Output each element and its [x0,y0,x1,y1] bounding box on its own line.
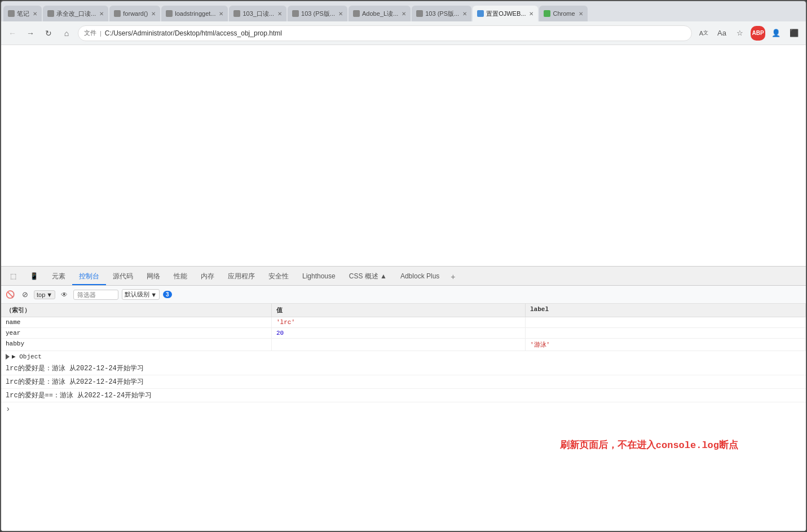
tab-close-9[interactable]: ✕ [529,11,533,17]
tab-close-1[interactable]: ✕ [33,11,37,17]
devtools-tab-console[interactable]: 控制台 [72,268,106,285]
read-button[interactable]: Aa [715,26,729,41]
adblock-button[interactable]: ABP [751,26,765,41]
address-separator: | [100,30,102,37]
tab-8[interactable]: 103 (PS版... ✕ [412,6,471,21]
translate-button[interactable]: A文 [696,26,711,41]
scope-value: top [37,291,45,298]
tab-close-3[interactable]: ✕ [151,11,156,17]
devtools-tab-performance[interactable]: 性能 [167,268,194,285]
tab-10[interactable]: Chrome ✕ [539,6,587,21]
scope-selector[interactable]: top ▼ [34,290,55,299]
tab-label-5: 103_口读... [242,10,274,18]
tab-favicon-1 [8,10,15,17]
devtools-panel: ⬚ 📱 元素 控制台 源代码 网络 性能 [1,266,806,531]
col-header-value: 值 [272,304,526,317]
browser-window: 笔记 ✕ 承全改_口读... ✕ forward() ✕ loadstringg… [0,0,807,532]
tab-favicon-8 [416,10,423,17]
forward-button[interactable]: → [24,26,37,40]
devtools-tab-network[interactable]: 网络 [140,268,167,285]
devtools-add-tab[interactable]: + [446,268,460,285]
tab-6[interactable]: 103 (PS版... ✕ [288,6,347,21]
devtools-tab-application[interactable]: 应用程序 [221,268,262,285]
cell-label-habby: '游泳' [526,339,806,351]
tab-3[interactable]: forward() ✕ [109,6,160,21]
tab-label-9: 置置OJWEB... [486,10,526,18]
security-label: 安全性 [268,272,289,281]
adblock-label: Adblock Plus [400,272,439,280]
tab-favicon-4 [166,10,173,17]
tab-close-5[interactable]: ✕ [277,11,282,17]
message-count-badge: 3 [163,291,172,298]
bookmark-button[interactable]: ☆ [733,26,747,41]
disable-log-button[interactable]: ⊘ [19,289,30,300]
devtools-tab-bar: ⬚ 📱 元素 控制台 源代码 网络 性能 [1,267,806,286]
tab-close-2[interactable]: ✕ [99,11,104,17]
web-page-area [1,45,806,266]
address-input-wrap[interactable]: 文件 | C:/Users/Administrator/Desktop/html… [78,25,692,41]
tab-7[interactable]: Adobe_L读... ✕ [349,6,411,21]
home-button[interactable]: ⌂ [60,26,73,40]
tab-close-10[interactable]: ✕ [579,11,583,17]
filter-input[interactable] [73,290,118,300]
tab-label-10: Chrome [553,10,575,17]
object-label: ▶ Object [12,353,42,360]
tab-close-4[interactable]: ✕ [219,11,223,17]
menu-button[interactable]: ⬛ [787,26,801,41]
tab-label-3: forward() [123,10,148,17]
tab-4[interactable]: loadstringget... ✕ [161,6,228,21]
level-selector[interactable]: 默认级别 ▼ [122,289,160,300]
log-text-2: lrc的爱好是：游泳 从2022-12-24开始学习 [6,377,144,387]
console-input[interactable] [12,405,801,413]
application-label: 应用程序 [228,272,255,281]
devtools-tab-css[interactable]: CSS 概述 ▲ [342,268,394,285]
tab-label-7: Adobe_L读... [362,10,398,18]
console-prompt-icon: › [6,405,10,414]
tab-1[interactable]: 笔记 ✕ [3,6,42,21]
clear-console-button[interactable]: 🚫 [5,289,16,300]
devtools-tab-security[interactable]: 安全性 [262,268,296,285]
tab-2[interactable]: 承全改_口读... ✕ [43,6,108,21]
expand-triangle-icon[interactable] [6,354,10,360]
console-input-line[interactable]: › [1,402,806,416]
devtools-tab-device[interactable]: 📱 [23,268,45,285]
devtools-tab-elements[interactable]: 元素 [45,268,72,285]
lighthouse-label: Lighthouse [302,272,336,280]
tab-favicon-5 [233,10,240,17]
tab-label-1: 笔记 [17,10,29,18]
tab-9[interactable]: 置置OJWEB... ✕ [473,6,538,21]
cell-label-year [526,328,806,338]
performance-label: 性能 [174,272,187,281]
cell-label-name [526,317,806,327]
tab-label-8: 103 (PS版... [425,10,459,18]
eye-button[interactable]: 👁 [59,289,70,300]
devtools-tab-memory[interactable]: 内存 [194,268,221,285]
back-button[interactable]: ← [6,26,19,40]
devtools-tab-adblock[interactable]: Adblock Plus [394,268,446,285]
cell-index-year: year [1,328,272,338]
console-table-header: （索引） 值 label [1,304,806,317]
tab-5[interactable]: 103_口读... ✕ [229,6,286,21]
col-header-index: （索引） [1,304,272,317]
console-object-row[interactable]: ▶ Object [1,351,806,362]
annotation-area: 刷新页面后，不在进入console.log断点 [1,416,806,463]
tab-close-6[interactable]: ✕ [338,11,343,17]
tab-label-4: loadstringget... [175,10,215,17]
devtools-tab-sources[interactable]: 源代码 [106,268,140,285]
tab-bar: 笔记 ✕ 承全改_口读... ✕ forward() ✕ loadstringg… [1,1,806,21]
devtools-toolbar: 🚫 ⊘ top ▼ 👁 默认级别 ▼ 3 [1,286,806,304]
tab-favicon-3 [114,10,121,17]
log-text-3: lrc的爱好是==：游泳 从2022-12-24开始学习 [6,391,152,400]
level-dropdown-icon: ▼ [151,291,157,298]
col-header-label: label [526,304,806,317]
log-line-2: lrc的爱好是：游泳 从2022-12-24开始学习 [1,375,806,389]
devtools-tab-lighthouse[interactable]: Lighthouse [296,268,342,285]
annotation-text: 刷新页面后，不在进入console.log断点 [560,440,738,451]
tab-close-8[interactable]: ✕ [462,11,467,17]
page-content: ⬚ 📱 元素 控制台 源代码 网络 性能 [1,45,806,531]
reload-button[interactable]: ↻ [42,26,55,40]
tab-close-7[interactable]: ✕ [402,11,406,17]
profile-button[interactable]: 👤 [769,26,783,41]
devtools-tab-inspect[interactable]: ⬚ [3,268,23,285]
console-label: 控制台 [79,272,99,281]
